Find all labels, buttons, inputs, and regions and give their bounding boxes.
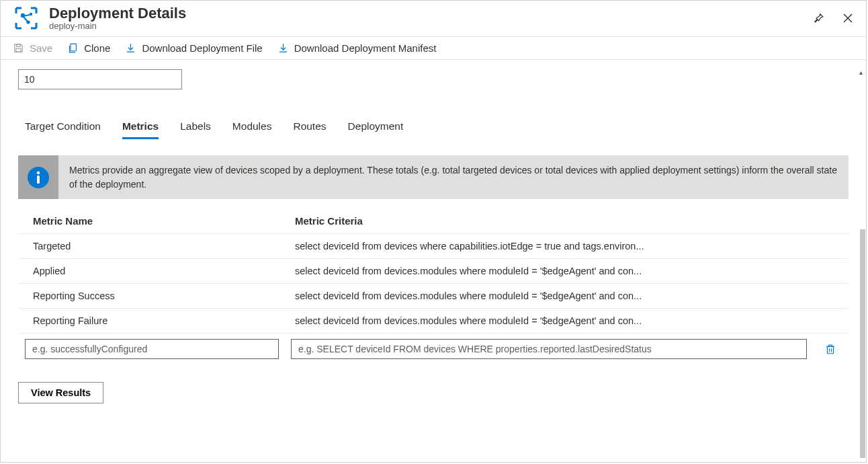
metric-name: Targeted [33, 241, 295, 252]
svg-rect-7 [17, 44, 21, 47]
scrollbar-thumb[interactable] [860, 229, 865, 458]
metric-criteria: select deviceId from devices.modules whe… [295, 291, 834, 301]
tab-target-condition[interactable]: Target Condition [25, 116, 101, 139]
tabs: Target Condition Metrics Labels Modules … [1, 107, 866, 139]
metric-criteria-input[interactable] [291, 339, 807, 359]
metrics-table: Metric Name Metric Criteria Targeted sel… [18, 208, 849, 364]
content-area: Target Condition Metrics Labels Modules … [1, 60, 866, 462]
clone-icon [67, 42, 79, 54]
col-header-name: Metric Name [33, 215, 295, 227]
metric-criteria: select deviceId from devices.modules whe… [295, 266, 834, 276]
col-header-criteria: Metric Criteria [295, 215, 834, 227]
metric-name-input[interactable] [25, 339, 279, 359]
pin-icon [812, 12, 824, 24]
metric-criteria: select deviceId from devices.modules whe… [295, 315, 834, 326]
close-icon [842, 12, 854, 24]
svg-line-4 [24, 17, 28, 22]
close-button[interactable] [839, 9, 857, 27]
page-header: Deployment Details deploy-main [1, 1, 866, 37]
tab-labels[interactable]: Labels [180, 116, 211, 139]
scroll-up-arrow[interactable]: ▴ [859, 69, 865, 75]
info-icon-wrap [18, 155, 58, 199]
table-row[interactable]: Targeted select deviceId from devices wh… [18, 234, 849, 259]
clone-button[interactable]: Clone [67, 42, 110, 54]
svg-rect-16 [37, 176, 40, 184]
save-icon [13, 42, 24, 54]
table-row[interactable]: Applied select deviceId from devices.mod… [18, 259, 849, 284]
info-banner: Metrics provide an aggregate view of dev… [18, 155, 849, 199]
table-row[interactable]: Reporting Success select deviceId from d… [18, 284, 849, 309]
download-manifest-label: Download Deployment Manifest [294, 42, 437, 54]
delete-metric-button[interactable] [819, 340, 842, 358]
deployment-icon [14, 6, 38, 30]
svg-point-15 [37, 171, 40, 173]
metric-criteria: select deviceId from devices where capab… [295, 241, 834, 252]
info-message: Metrics provide an aggregate view of dev… [58, 155, 849, 199]
tab-routes[interactable]: Routes [293, 116, 326, 139]
metric-name: Applied [33, 266, 295, 276]
priority-input[interactable] [18, 69, 182, 89]
download-icon [125, 42, 136, 54]
trash-icon [824, 343, 836, 355]
view-results-button[interactable]: View Results [18, 382, 103, 403]
clone-label: Clone [84, 42, 110, 54]
table-row[interactable]: Reporting Failure select deviceId from d… [18, 309, 849, 334]
metric-name: Reporting Success [33, 291, 295, 301]
page-subtitle: deploy-main [49, 21, 810, 31]
table-header-row: Metric Name Metric Criteria [18, 208, 849, 234]
command-bar: Save Clone Download Deployment File Down… [1, 37, 866, 60]
svg-rect-9 [71, 44, 77, 52]
svg-point-1 [30, 12, 32, 15]
tab-metrics[interactable]: Metrics [122, 116, 159, 139]
download-file-button[interactable]: Download Deployment File [125, 42, 262, 54]
download-icon [277, 42, 289, 54]
page-title: Deployment Details [49, 5, 810, 22]
pin-button[interactable] [810, 9, 827, 27]
info-icon [26, 165, 50, 190]
new-metric-row [18, 334, 849, 364]
save-label: Save [30, 42, 52, 54]
download-manifest-button[interactable]: Download Deployment Manifest [277, 42, 437, 54]
metric-name: Reporting Failure [33, 315, 295, 326]
tab-modules[interactable]: Modules [232, 116, 272, 139]
tab-deployment[interactable]: Deployment [348, 116, 404, 139]
svg-rect-17 [828, 346, 834, 354]
svg-rect-8 [16, 49, 21, 52]
save-button: Save [13, 42, 52, 54]
download-file-label: Download Deployment File [142, 42, 262, 54]
